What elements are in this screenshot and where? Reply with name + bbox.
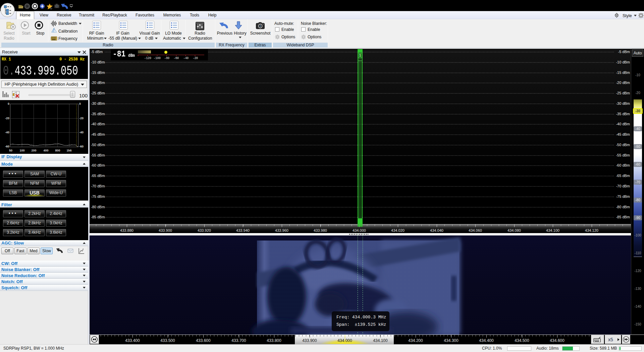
svg-text:Style: Style [623, 13, 632, 18]
